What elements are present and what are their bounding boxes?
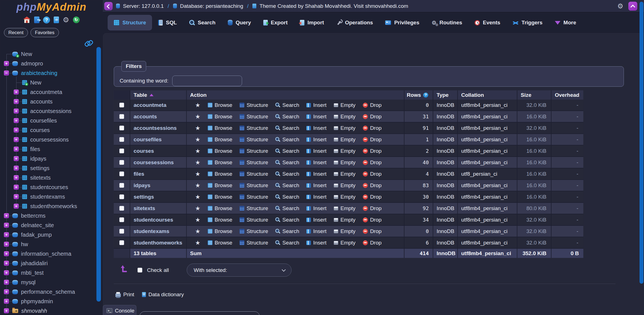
expand-node-icon[interactable]: + <box>4 223 9 228</box>
header-table[interactable]: Table <box>130 90 187 100</box>
row-checkbox[interactable] <box>119 114 124 119</box>
action-empty-link[interactable]: Empty <box>334 217 356 223</box>
action-insert-link[interactable]: Insert <box>306 148 326 154</box>
page-scrollbar[interactable] <box>640 2 643 284</box>
expand-node-icon[interactable]: + <box>14 99 19 104</box>
tab-query[interactable]: Query <box>222 15 257 30</box>
action-empty-link[interactable]: Empty <box>334 125 356 131</box>
sidebar-item-sitetexts[interactable]: +sitetexts <box>0 173 100 182</box>
action-browse-link[interactable]: Browse <box>208 148 232 154</box>
action-insert-link[interactable]: Insert <box>306 205 326 211</box>
sidebar-item-files[interactable]: +files <box>0 144 100 154</box>
action-browse-link[interactable]: Browse <box>208 159 232 166</box>
action-structure-link[interactable]: Structure <box>240 240 268 246</box>
sidebar-item-idpays[interactable]: +idpays <box>0 154 100 163</box>
row-checkbox[interactable] <box>119 160 124 165</box>
table-name-link[interactable]: accounts <box>134 114 157 120</box>
row-checkbox[interactable] <box>119 240 124 245</box>
link-icon[interactable] <box>83 38 93 49</box>
expand-node-icon[interactable]: + <box>14 175 19 180</box>
action-search-link[interactable]: Search <box>275 137 299 143</box>
row-checkbox[interactable] <box>119 137 124 142</box>
expand-node-icon[interactable]: + <box>4 289 9 294</box>
row-checkbox[interactable] <box>119 206 124 211</box>
action-search-link[interactable]: Search <box>275 240 299 246</box>
expand-node-icon[interactable]: + <box>4 61 9 66</box>
action-structure-link[interactable]: Structure <box>240 228 268 234</box>
action-browse-link[interactable]: Browse <box>208 114 232 120</box>
tab-routines[interactable]: ⚙Routines <box>425 15 468 30</box>
expand-node-icon[interactable]: + <box>4 280 9 285</box>
exit-icon[interactable] <box>34 17 39 23</box>
action-drop-link[interactable]: Drop <box>363 217 382 223</box>
expand-node-icon[interactable]: + <box>14 128 19 133</box>
action-empty-link[interactable]: Empty <box>334 159 356 166</box>
sidebar-item-arabicteaching[interactable]: −arabicteaching <box>0 68 100 78</box>
action-browse-link[interactable]: Browse <box>208 217 232 223</box>
row-checkbox[interactable] <box>119 229 124 234</box>
docs-icon[interactable]: </> <box>54 17 59 23</box>
action-browse-link[interactable]: Browse <box>208 182 232 189</box>
action-browse-link[interactable]: Browse <box>208 137 232 143</box>
expand-node-icon[interactable]: + <box>14 166 19 171</box>
action-search-link[interactable]: Search <box>275 205 299 211</box>
expand-node-icon[interactable]: + <box>14 137 19 142</box>
page-settings-icon[interactable]: ⚙ <box>617 3 623 10</box>
sidebar-item-information_schema[interactable]: +information_schema <box>0 249 100 258</box>
action-structure-link[interactable]: Structure <box>240 125 268 131</box>
action-structure-link[interactable]: Structure <box>240 171 268 177</box>
action-structure-link[interactable]: Structure <box>240 159 268 166</box>
action-search-link[interactable]: Search <box>275 171 299 177</box>
action-structure-link[interactable]: Structure <box>240 217 268 223</box>
sidebar-item-shmovahh[interactable]: +shmovahh <box>0 306 100 315</box>
action-search-link[interactable]: Search <box>275 228 299 234</box>
tab-more[interactable]: More <box>549 15 582 30</box>
expand-node-icon[interactable]: + <box>14 194 19 199</box>
expand-node-icon[interactable]: + <box>14 90 19 95</box>
action-search-link[interactable]: Search <box>275 194 299 200</box>
favorite-star-icon[interactable]: ★ <box>195 114 200 119</box>
tab-operations[interactable]: Operations <box>330 15 379 30</box>
expand-node-icon[interactable]: + <box>4 232 9 237</box>
action-structure-link[interactable]: Structure <box>240 194 268 200</box>
action-empty-link[interactable]: Empty <box>334 171 356 177</box>
table-name-link[interactable]: coursesessions <box>134 159 174 166</box>
action-insert-link[interactable]: Insert <box>306 182 326 189</box>
favorite-star-icon[interactable]: ★ <box>195 217 200 223</box>
action-browse-link[interactable]: Browse <box>208 228 232 234</box>
favorite-star-icon[interactable]: ★ <box>195 194 200 200</box>
expand-node-icon[interactable]: + <box>4 213 9 218</box>
row-checkbox[interactable] <box>119 171 124 176</box>
action-search-link[interactable]: Search <box>275 217 299 223</box>
sidebar-item-accounts[interactable]: +accounts <box>0 97 100 106</box>
sidebar-item-accountmeta[interactable]: +accountmeta <box>0 87 100 97</box>
tab-export[interactable]: Export <box>257 15 294 30</box>
action-insert-link[interactable]: Insert <box>306 217 326 223</box>
expand-node-icon[interactable]: + <box>4 308 9 313</box>
action-empty-link[interactable]: Empty <box>334 148 356 154</box>
sidebar-item-studentcourses[interactable]: +studentcourses <box>0 182 100 192</box>
favorite-star-icon[interactable]: ★ <box>195 228 200 234</box>
favorites-button[interactable]: Favorites <box>30 28 59 37</box>
settings-icon[interactable]: ⚙ <box>63 16 69 23</box>
action-insert-link[interactable]: Insert <box>306 194 326 200</box>
action-empty-link[interactable]: Empty <box>334 228 356 234</box>
action-structure-link[interactable]: Structure <box>240 114 268 120</box>
action-drop-link[interactable]: Drop <box>363 240 382 246</box>
row-checkbox[interactable] <box>119 126 124 130</box>
action-insert-link[interactable]: Insert <box>306 171 326 177</box>
help-icon[interactable]: ? <box>43 17 50 23</box>
action-drop-link[interactable]: Drop <box>363 125 382 131</box>
sidebar-item-jahadidaliri[interactable]: +jahadidaliri <box>0 258 100 268</box>
sidebar-item-coursesessions[interactable]: +coursesessions <box>0 135 100 144</box>
row-checkbox[interactable] <box>119 103 124 107</box>
action-insert-link[interactable]: Insert <box>306 114 326 120</box>
action-drop-link[interactable]: Drop <box>363 114 382 120</box>
action-structure-link[interactable]: Structure <box>240 137 268 143</box>
rows-help-icon[interactable]: ? <box>423 93 428 98</box>
action-structure-link[interactable]: Structure <box>240 148 268 154</box>
expand-node-icon[interactable]: + <box>14 147 19 152</box>
filter-word-input[interactable] <box>172 76 242 86</box>
action-insert-link[interactable]: Insert <box>306 102 326 108</box>
tab-structure[interactable]: Structure <box>108 15 152 30</box>
